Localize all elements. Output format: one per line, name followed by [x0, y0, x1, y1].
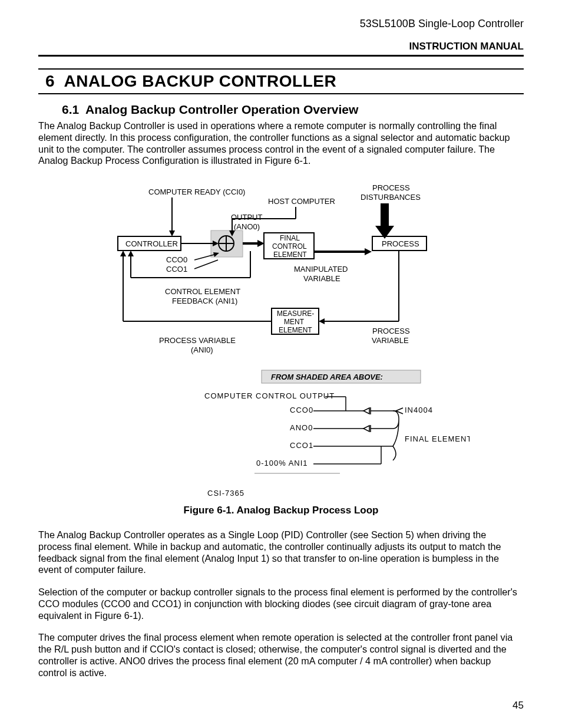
chapter-heading: 6 ANALOG BACKUP CONTROLLER: [38, 68, 524, 94]
output-line2: (ANO0): [234, 222, 260, 231]
manip-l2: VARIABLE: [303, 274, 340, 283]
cco0-label: CCO0: [166, 255, 187, 264]
meas-l3: ELEMENT: [279, 326, 312, 334]
page-number: 45: [513, 700, 524, 711]
shaded-banner: FROM SHADED AREA ABOVE:: [271, 373, 383, 381]
d-finalelem: FINAL ELEMENT: [405, 434, 470, 443]
meas-l2: MENT: [284, 318, 305, 326]
d-ano0: ANO0: [290, 423, 313, 432]
chapter-title: ANALOG BACKUP CONTROLLER: [64, 72, 337, 90]
pv-l2: (ANI0): [191, 345, 213, 354]
d-cco1: CCO1: [290, 441, 313, 450]
section-num: 6.1: [62, 103, 79, 116]
doc-id: 53SL5100B Single-Loop Controller: [38, 18, 524, 30]
disturb-line1: PROCESS: [372, 183, 410, 192]
manip-l1: MANIPULATED: [294, 265, 348, 274]
procvar-l2: VARIABLE: [372, 336, 409, 345]
svg-marker-34: [319, 318, 325, 324]
section-title: Analog Backup Controller Operation Overv…: [85, 103, 358, 116]
paragraph-2: The Analog Backup Controller operates as…: [38, 529, 524, 576]
svg-marker-27: [128, 251, 134, 256]
d-compctrl: COMPUTER CONTROL OUTPUT: [204, 391, 335, 400]
disturb-line2: DISTURBANCES: [361, 193, 421, 202]
manual-label: INSTRUCTION MANUAL: [38, 41, 524, 57]
svg-marker-45: [363, 426, 369, 431]
figure-diagram: COMPUTER READY (CCI0) HOST COMPUTER PROC…: [92, 177, 470, 499]
final-l1: FINAL: [280, 234, 300, 242]
final-l3: ELEMENT: [273, 251, 307, 259]
page: 53SL5100B Single-Loop Controller INSTRUC…: [0, 0, 562, 728]
svg-marker-8: [169, 230, 175, 236]
paragraph-4: The computer drives the final process el…: [38, 632, 524, 678]
pv-l1: PROCESS VARIABLE: [159, 336, 236, 345]
paragraph-3: Selection of the computer or backup cont…: [38, 587, 524, 621]
chapter-num: 6: [45, 72, 55, 90]
meas-l1: MEASURE-: [277, 309, 314, 318]
ctrl-fb-l1: CONTROL ELEMENT: [165, 287, 240, 296]
section-heading: 6.1 Analog Backup Controller Operation O…: [62, 103, 524, 117]
final-l2: CONTROL: [272, 242, 307, 251]
figure-caption: Figure 6-1. Analog Backup Process Loop: [38, 505, 524, 516]
computer-ready-label: COMPUTER READY (CCI0): [148, 187, 245, 196]
host-computer-label: HOST COMPUTER: [268, 197, 335, 206]
procvar-l1: PROCESS: [372, 327, 410, 335]
ctrl-fb-l2: FEEDBACK (ANI1): [172, 297, 237, 305]
d-cco0: CCO0: [290, 406, 313, 414]
svg-marker-39: [363, 408, 369, 414]
paragraph-1: The Analog Backup Controller is used in …: [38, 120, 524, 167]
cco1-label: CCO1: [166, 265, 187, 274]
svg-marker-31: [120, 251, 126, 256]
controller-box: CONTROLLER: [125, 239, 178, 248]
svg-line-23: [194, 260, 218, 269]
svg-line-42: [396, 408, 403, 411]
svg-marker-19: [365, 248, 372, 255]
d-ani1: 0-100% ANI1: [256, 459, 308, 467]
d-in4004: IN4004: [405, 406, 433, 414]
process-box: PROCESS: [382, 239, 419, 248]
csi-code: CSI-7365: [207, 489, 244, 498]
output-line1: OUTPUT: [231, 213, 263, 222]
